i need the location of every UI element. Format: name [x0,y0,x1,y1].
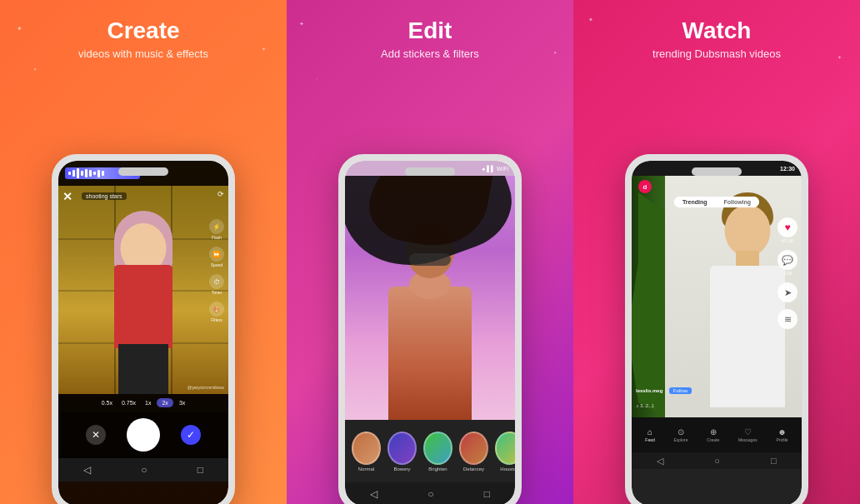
edit-panel: ✦ ✦ · Edit Add stickers & filters ● ▌▌ W… [287,0,573,504]
person-body [710,266,785,407]
create-nav-icon: ⊕ [710,427,717,437]
explore-icon: ⊙ [678,427,684,437]
filter-normal[interactable]: Normal [352,432,381,472]
video-username: lesslis.meg [636,388,662,393]
following-tab[interactable]: Following [715,197,759,207]
profile-icon: ☻ [778,427,787,437]
comment-count: 128 [783,271,792,276]
sparkle-icon: ✦ [262,46,266,52]
camera-controls: ✕ ✓ [58,412,228,458]
filter-houston-label: Houston [500,467,515,472]
profile-label: Profile [776,437,788,442]
phone-notch [118,167,168,176]
comment-action[interactable]: 💬 128 [778,250,798,276]
like-icon: ♥ [778,217,798,237]
flash-control[interactable]: ⚡ Flash [209,219,224,240]
filter-delancey-label: Delancey [463,467,484,472]
like-action[interactable]: ♥ 45.1K [778,217,798,243]
back-system-icon[interactable]: ◁ [657,456,663,467]
flash-label: Flash [212,235,222,240]
speed-0.75x[interactable]: 0.75x [118,398,139,407]
woman-body [388,287,472,420]
recent-system-icon[interactable]: □ [771,456,777,466]
wave-bar [85,169,88,177]
home-nav-icon[interactable]: ○ [141,464,147,476]
timer-icon: ⏱ [209,274,224,289]
feed-icon: ⌂ [648,427,652,437]
follow-button[interactable]: Follow [669,387,692,394]
filter-normal-thumb [352,432,381,465]
filter-delancey[interactable]: Delancey [459,432,488,472]
edit-main-area [345,176,515,420]
square-nav-icon[interactable]: □ [484,488,490,500]
create-nav-label: Create [707,437,719,442]
profile-nav[interactable]: ☻ Profile [776,427,788,442]
edit-phone: ● ▌▌ WiFi [338,154,522,504]
speed-0.5x[interactable]: 0.5x [98,398,116,407]
filter-delancey-thumb [459,432,488,465]
speed-control[interactable]: ⏩ Speed [209,247,224,267]
messages-nav[interactable]: ♡ Messages [738,427,758,442]
filters-control[interactable]: 🎨 Filters [209,302,224,322]
filters-label: Filters [211,317,222,322]
bottom-nav: ◁ ○ □ [345,482,515,504]
watch-screen: 12:30 [632,161,802,504]
sparkle-icon: ✦ [17,25,22,32]
sparkle-icon: · [598,71,599,76]
speed-1x[interactable]: 1x [142,398,154,407]
phone-notch [405,167,455,176]
speed-icon: ⏩ [209,247,224,262]
watch-time: 12:30 [780,166,795,172]
watch-phone-frame: 12:30 [625,154,808,504]
share-action[interactable]: ➤ [778,282,798,302]
sparkle-icon: ✦ [33,67,37,72]
close-button[interactable]: ✕ [62,190,72,203]
audio-action[interactable]: ≋ [778,309,798,329]
trending-tabs: Trending Following [674,197,759,207]
speed-3x[interactable]: 3x [176,398,188,407]
wave-bar [72,170,75,177]
wave-bar [77,168,79,178]
feed-nav[interactable]: ⌂ Feed [645,427,654,442]
create-screen: shooting stars ✕ ⟳ ⚡ Flash ⏩ [58,161,228,504]
wave-bar [93,172,96,175]
watch-phone: 12:30 [625,154,808,504]
song-label: shooting stars [82,192,127,200]
create-header: Create videos with music & effects [70,0,217,68]
back-nav-icon[interactable]: ◁ [83,464,91,476]
filter-houston-thumb [495,432,515,465]
create-subtitle: videos with music & effects [78,47,208,60]
shutter-button[interactable] [127,418,160,452]
speed-2x[interactable]: 2x [157,398,172,407]
filter-houston[interactable]: Houston [495,432,515,472]
explore-nav[interactable]: ⊙ Explore [673,427,688,442]
filter-bowery-label: Bowery [393,467,410,472]
filter-brighten[interactable]: Brighten [423,432,452,472]
timer-control[interactable]: ⏱ Timer [209,274,224,295]
back-nav-icon[interactable]: ◁ [370,488,378,500]
filter-brighten-thumb [423,432,452,465]
speed-bar: 0.5x 0.75x 1x 2x 3x [58,394,228,412]
woman-figure [363,176,497,420]
confirm-button[interactable]: ✓ [181,425,201,445]
create-nav[interactable]: ⊕ Create [707,427,719,442]
sparkle-icon: · [316,75,318,82]
flip-icon[interactable]: ⟳ [218,190,224,198]
bubble-icon: 💬 [782,255,793,266]
home-system-icon[interactable]: ○ [714,456,720,466]
wave-bar [89,170,92,177]
watch-panel: ✦ ✦ · Watch trending Dubsmash videos 12:… [573,0,860,504]
create-phone-frame: shooting stars ✕ ⟳ ⚡ Flash ⏩ [52,154,235,504]
cancel-button[interactable]: ✕ [86,425,106,445]
trending-tab[interactable]: Trending [674,197,716,207]
system-nav: ◁ ○ □ [632,452,802,469]
phone-notch [692,167,742,176]
watch-subtitle: trending Dubsmash videos [652,47,781,60]
person-head [725,205,771,257]
square-nav-icon[interactable]: □ [198,464,203,476]
edit-title: Edit [381,18,479,44]
home-nav-icon[interactable]: ○ [428,488,433,500]
dubsmash-logo-text: d [643,183,648,191]
watch-person [706,192,789,413]
filter-bowery[interactable]: Bowery [388,432,417,472]
